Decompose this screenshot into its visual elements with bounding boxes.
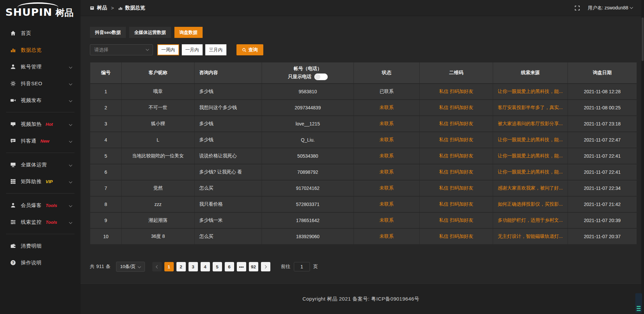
tab-inquiry-data[interactable]: 询盘数据 (174, 27, 203, 38)
prev-page-button[interactable] (152, 262, 162, 271)
chevron-right-icon (263, 265, 267, 268)
user-menu[interactable]: 用户名: zswodun88 (588, 5, 633, 11)
cell-qr-action[interactable]: 私信 扫码加好友 (420, 84, 493, 100)
cell-lead-source[interactable]: 客厅安装投影半年多了，真实... (493, 100, 568, 116)
page-button-3[interactable]: 3 (189, 262, 198, 271)
sidebar-item-doukertong[interactable]: 抖客通New (0, 133, 80, 149)
chevron-down-icon (69, 65, 72, 69)
sidebar-divider (6, 112, 74, 112)
cell-qr-action[interactable]: 私信 扫码加好友 (420, 116, 493, 132)
cell-qr-action[interactable]: 私信 扫码加好友 (420, 212, 493, 228)
cell-lead-source[interactable]: 如何正确选择投影仪，买投影... (493, 196, 568, 212)
bar-chart-icon (118, 6, 123, 10)
chevron-down-icon (69, 180, 72, 184)
sidebar-item-lead-monitor[interactable]: 线索监控Tools (0, 214, 80, 230)
sidebar-item-label: 视频加热 (21, 121, 42, 127)
cell-account: Q_Liu. (262, 132, 354, 148)
page-button-92[interactable]: 92 (249, 262, 258, 271)
floating-support-widget[interactable] (635, 293, 642, 313)
sidebar-item-home[interactable]: 首页 (0, 25, 80, 42)
col-nickname: 客户昵称 (122, 62, 195, 84)
cell-qr-action[interactable]: 私信 扫码加好友 (420, 196, 493, 212)
tv-icon (10, 121, 16, 127)
goto-page-input[interactable] (294, 262, 310, 271)
cell-lead-source[interactable]: 让你一眼就爱上的黑科技，能... (493, 164, 568, 180)
sidebar-item-label: 会员爆客 (21, 202, 42, 209)
cell-lead-source[interactable]: 感谢大家喜欢我家，被问了好... (493, 180, 568, 196)
cell-nickname: 不可一世 (122, 100, 195, 116)
user-icon (10, 64, 16, 70)
breadcrumb-root[interactable]: 树品 (97, 5, 107, 11)
phone-only-toggle[interactable] (314, 73, 328, 80)
table-row: 1036度 8怎么买183929060未联系私信 扫码加好友无主灯设计，智能磁吸… (90, 228, 637, 245)
cell-content: 说说价格让我死心 (195, 148, 262, 164)
filter-select[interactable]: 请选择 (90, 44, 153, 55)
table-row: 7觉然怎么买917024162未联系私信 扫码加好友感谢大家喜欢我家，被问了好.… (90, 180, 637, 196)
sliders-icon (10, 219, 16, 225)
inquiry-table-wrap: 编号 客户昵称 咨询内容 帐号（电话） 只显示电话 状态 二维码 线索来源 询盘… (90, 62, 637, 245)
sidebar-item-douyin-seo[interactable]: 抖音SEO (0, 75, 80, 92)
cell-nickname (122, 164, 195, 180)
sidebar-item-operation-guide[interactable]: ?操作说明 (0, 254, 80, 271)
cell-qr-action[interactable]: 私信 扫码加好友 (420, 148, 493, 164)
tab-omni-media-data[interactable]: 全媒体运营数据 (129, 27, 171, 38)
table-row: 9潮起潮落多少钱一米178651642未联系私信 扫码加好友多功能护栏灯，适用于… (90, 212, 637, 228)
period-button-one-month[interactable]: 一月内 (182, 44, 203, 55)
sidebar-item-video-heating[interactable]: 视频加热Hot (0, 116, 80, 133)
sidebar-item-consumption-detail[interactable]: 消费明细 (0, 238, 80, 254)
cell-status: 未联系 (354, 180, 420, 196)
page-size-select[interactable]: 10条/页 (116, 262, 145, 272)
cell-status: 未联系 (354, 116, 420, 132)
cell-qr-action[interactable]: 私信 扫码加好友 (420, 164, 493, 180)
table-row: 1哦章多少钱9583810已联系私信 扫码加好友让你一眼就爱上的黑科技，能...… (90, 84, 637, 100)
period-button-three-months[interactable]: 三月内 (205, 44, 226, 55)
cell-lead-source[interactable]: 让你一眼就爱上的黑科技，能... (493, 132, 568, 148)
fullscreen-icon[interactable] (574, 5, 580, 11)
cell-status: 未联系 (354, 196, 420, 212)
logo: SHUPIN 树品 (0, 0, 80, 21)
period-button-one-week[interactable]: 一周内 (157, 44, 179, 55)
cell-qr-action[interactable]: 私信 扫码加好友 (420, 100, 493, 116)
cell-lead-source[interactable]: 多功能护栏灯，适用于乡村文... (493, 212, 568, 228)
gear-icon (10, 81, 16, 87)
sidebar-item-video-publish[interactable]: 视频发布 (0, 92, 80, 109)
sidebar-menu: 首页数据总览账号管理抖音SEO视频发布视频加热Hot抖客通New全媒体运营矩阵助… (0, 25, 80, 271)
cell-content: 多少钱一米 (195, 212, 262, 228)
cell-nickname: 当地比较能吃的一位美女 (122, 148, 195, 164)
scrollbar-track[interactable] (641, 0, 644, 314)
tab-douyin-seo-data[interactable]: 抖音seo数据 (90, 27, 126, 38)
chevron-left-icon (156, 265, 159, 268)
sidebar-item-data-overview[interactable]: 数据总览 (0, 42, 80, 58)
breadcrumb-current[interactable]: 数据总览 (125, 5, 145, 11)
query-button[interactable]: 查询 (236, 44, 263, 55)
breadcrumb: 树品 > 数据总览 (90, 5, 145, 11)
cell-qr-action[interactable]: 私信 扫码加好友 (420, 180, 493, 196)
scrollbar-thumb[interactable] (642, 17, 644, 61)
page-button-4[interactable]: 4 (201, 262, 210, 271)
cell-lead-source[interactable]: 让你一眼就爱上的黑科技，能... (493, 84, 568, 100)
cell-status: 未联系 (354, 100, 420, 116)
cell-lead-source[interactable]: 无主灯设计，智能磁吸轨道灯... (493, 228, 568, 245)
table-header-row: 编号 客户昵称 咨询内容 帐号（电话） 只显示电话 状态 二维码 线索来源 询盘… (90, 62, 637, 84)
page-button-6[interactable]: 6 (225, 262, 234, 271)
cell-account: 183929060 (262, 228, 354, 245)
chevron-down-icon (69, 99, 72, 102)
page-button-1[interactable]: 1 (164, 262, 174, 271)
cell-qr-action[interactable]: 私信 扫码加好友 (420, 132, 493, 148)
chevron-down-icon (69, 204, 72, 207)
sidebar-item-member-baoke[interactable]: 会员爆客Tools (0, 197, 80, 214)
cell-account: 9583810 (262, 84, 354, 100)
page-ellipsis-button[interactable]: ••• (237, 262, 246, 271)
sidebar-item-matrix-boost[interactable]: 矩阵助推VIP (0, 173, 80, 190)
cell-qr-action[interactable]: 私信 扫码加好友 (420, 228, 493, 245)
page-button-5[interactable]: 5 (213, 262, 222, 271)
next-page-button[interactable] (261, 262, 270, 271)
page-button-2[interactable]: 2 (176, 262, 186, 271)
cell-lead-source[interactable]: 被大家追着问的客厅投影分享... (493, 116, 568, 132)
cell-lead-source[interactable]: 让你一眼就爱上的黑科技，能... (493, 148, 568, 164)
cell-id: 5 (90, 148, 122, 164)
sidebar-item-omni-media[interactable]: 全媒体运营 (0, 156, 80, 173)
username-label: 用户名: zswodun88 (588, 5, 628, 11)
sidebar-item-account-management[interactable]: 账号管理 (0, 58, 80, 75)
main-content: 抖音seo数据全媒体运营数据询盘数据 请选择 一周内一月内三月内 查询 编号 客… (80, 16, 641, 283)
